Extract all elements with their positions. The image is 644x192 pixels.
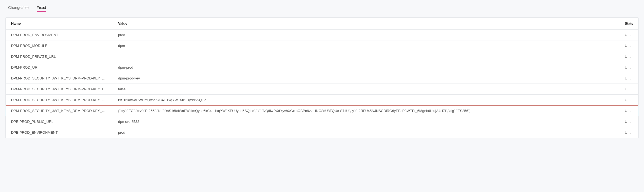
column-header-state[interactable]: State xyxy=(619,18,638,30)
cell-state: USED xyxy=(619,95,638,105)
cell-state: USED xyxy=(619,51,638,62)
cell-value xyxy=(113,51,619,62)
table-row[interactable]: DPM-PROD_SECURITY_JWT_KEYS_DPM-PROD-KEY_… xyxy=(6,95,638,105)
cell-name: DPM-PROD_SECURITY_JWT_KEYS_DPM-PROD-KEY_… xyxy=(6,84,113,95)
column-header-value[interactable]: Value xyxy=(113,18,619,30)
table-row[interactable]: DPM-PROD_MODULEdpmUSED xyxy=(6,40,638,51)
cell-state: USED xyxy=(619,30,638,40)
cell-name: DPM-PROD_SECURITY_JWT_KEYS_DPM-PROD-KEY_… xyxy=(6,105,113,116)
table-row[interactable]: DPE-PROD_PUBLIC_URLdpe-svc:8532USED xyxy=(6,116,638,127)
cell-name: DPE-PROD_ENVIRONMENT xyxy=(6,127,113,138)
cell-value: prod xyxy=(113,127,619,138)
env-vars-table-container: Name Value State DPM-PROD_ENVIRONMENTpro… xyxy=(5,17,639,138)
cell-state: USED xyxy=(619,84,638,95)
cell-state: USED xyxy=(619,116,638,127)
cell-value: {"kty":"EC","crv":"P-256","kid":"rsS16kd… xyxy=(113,105,619,116)
cell-value: dpm-prod xyxy=(113,62,619,73)
cell-name: DPE-PROD_PUBLIC_URL xyxy=(6,116,113,127)
cell-value: dpm-prod-key xyxy=(113,73,619,84)
env-vars-table: Name Value State DPM-PROD_ENVIRONMENTpro… xyxy=(6,18,638,138)
cell-value: dpm xyxy=(113,40,619,51)
tab-changeable[interactable]: Changeable xyxy=(8,5,29,12)
table-row[interactable]: DPM-PROD_SECURITY_JWT_KEYS_DPM-PROD-KEY_… xyxy=(6,84,638,95)
cell-state: USED xyxy=(619,62,638,73)
cell-value: prod xyxy=(113,30,619,40)
cell-value: dpe-svc:8532 xyxy=(113,116,619,127)
tabs-container: Changeable Fixed xyxy=(5,5,639,12)
cell-name: DPM-PROD_PRIVATE_URL xyxy=(6,51,113,62)
cell-state: USED xyxy=(619,105,638,116)
column-header-name[interactable]: Name xyxy=(6,18,113,30)
table-row[interactable]: DPM-PROD_URIdpm-prodUSED xyxy=(6,62,638,73)
cell-name: DPM-PROD_ENVIRONMENT xyxy=(6,30,113,40)
cell-value: false xyxy=(113,84,619,95)
cell-name: DPM-PROD_MODULE xyxy=(6,40,113,51)
cell-state: USED xyxy=(619,73,638,84)
tab-fixed[interactable]: Fixed xyxy=(37,5,46,12)
cell-state: USED xyxy=(619,127,638,138)
table-header-row: Name Value State xyxy=(6,18,638,30)
table-row[interactable]: DPM-PROD_SECURITY_JWT_KEYS_DPM-PROD-KEY_… xyxy=(6,73,638,84)
table-row[interactable]: DPE-PROD_ENVIRONMENTprodUSED xyxy=(6,127,638,138)
cell-state: USED xyxy=(619,40,638,51)
cell-name: DPM-PROD_SECURITY_JWT_KEYS_DPM-PROD-KEY_… xyxy=(6,95,113,105)
cell-name: DPM-PROD_URI xyxy=(6,62,113,73)
cell-name: DPM-PROD_SECURITY_JWT_KEYS_DPM-PROD-KEY_… xyxy=(6,73,113,84)
table-row[interactable]: DPM-PROD_PRIVATE_URLUSED xyxy=(6,51,638,62)
table-row[interactable]: DPM-PROD_SECURITY_JWT_KEYS_DPM-PROD-KEY_… xyxy=(6,105,638,116)
table-row[interactable]: DPM-PROD_ENVIRONMENTprodUSED xyxy=(6,30,638,40)
cell-value: rsS16kdWaPWHmQysa6kC4lL1xqYWJXfB-Uydd6SQ… xyxy=(113,95,619,105)
